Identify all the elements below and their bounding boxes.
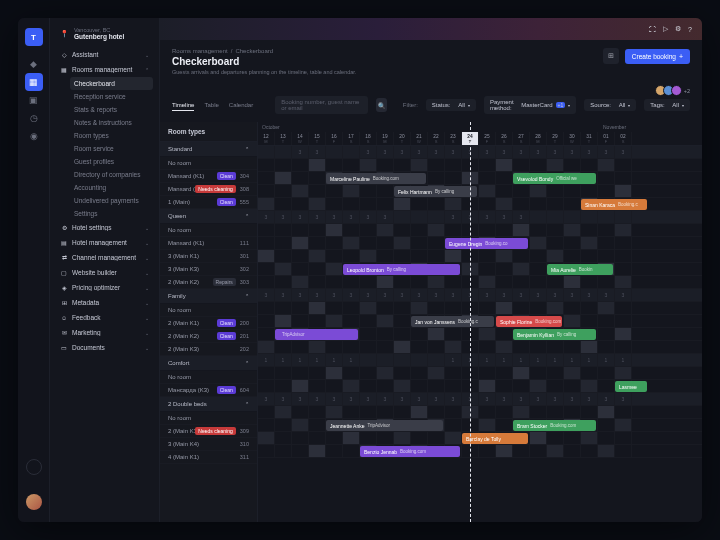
- room-row[interactable]: 2 (Main K2)Clean201: [160, 330, 257, 343]
- tab-calendar[interactable]: Calendar: [229, 100, 253, 111]
- date-cell[interactable]: 19M: [377, 132, 394, 145]
- subnav-item[interactable]: Settings: [70, 207, 153, 220]
- date-cell[interactable]: 31T: [581, 132, 598, 145]
- nav-item[interactable]: ⇄Channel management⌄: [56, 250, 153, 265]
- help-icon[interactable]: ?: [688, 26, 692, 33]
- room-row[interactable]: Mansard (K2)Needs cleaning308: [160, 183, 257, 196]
- booking-bar[interactable]: Barclay de Tolly: [462, 433, 528, 444]
- nav-item[interactable]: ✉Marketing⌄: [56, 325, 153, 340]
- room-row[interactable]: Мансарда (K3)Clean604: [160, 384, 257, 397]
- rail-globe[interactable]: ◉: [25, 127, 43, 145]
- booking-bar[interactable]: TripAdvisor: [275, 329, 358, 340]
- subnav-item[interactable]: Undelivered payments: [70, 194, 153, 207]
- create-booking-button[interactable]: Create booking+: [625, 49, 690, 64]
- subnav-item[interactable]: Room types: [70, 129, 153, 142]
- booking-bar[interactable]: Bram StockerBooking.com: [513, 420, 596, 431]
- date-cell[interactable]: 12M: [258, 132, 275, 145]
- date-cell[interactable]: 18S: [360, 132, 377, 145]
- filter-source[interactable]: Source: All▾: [584, 99, 636, 111]
- room-group-header[interactable]: Comfort⌃: [160, 356, 257, 371]
- room-row[interactable]: Mansard (K1)111: [160, 237, 257, 250]
- date-cell[interactable]: 30W: [564, 132, 581, 145]
- user-avatar[interactable]: [26, 494, 42, 510]
- booking-bar[interactable]: Jan von JanssensBooking.c: [411, 316, 494, 327]
- room-row[interactable]: No room: [160, 371, 257, 384]
- room-row[interactable]: 4 (Main K1)311: [160, 451, 257, 464]
- booking-bar[interactable]: Lasmee: [615, 381, 647, 392]
- date-cell[interactable]: 14W: [292, 132, 309, 145]
- settings-icon[interactable]: ⚙: [675, 25, 681, 33]
- date-cell[interactable]: 17S: [343, 132, 360, 145]
- nav-item[interactable]: ◈Pricing optimizer⌄: [56, 280, 153, 295]
- date-cell[interactable]: 28M: [530, 132, 547, 145]
- nav-item[interactable]: ⊞Metadata⌄: [56, 295, 153, 310]
- subnav-item[interactable]: Reception service: [70, 90, 153, 103]
- booking-bar[interactable]: Mia AurelieBookin: [547, 264, 613, 275]
- nav-rooms-management[interactable]: ▦ Rooms management ⌃: [56, 62, 153, 77]
- room-row[interactable]: 3 (Main K1)301: [160, 250, 257, 263]
- booking-bar[interactable]: Benjamin KyllianBy calling: [513, 329, 596, 340]
- timeline-grid[interactable]: October November 12M13T14W15T16F17S18S19…: [258, 122, 702, 522]
- subnav-item[interactable]: Notes & instructions: [70, 116, 153, 129]
- date-cell[interactable]: 26S: [496, 132, 513, 145]
- room-row[interactable]: 1 (Main)Clean555: [160, 196, 257, 209]
- date-cell[interactable]: 27S: [513, 132, 530, 145]
- rail-apps[interactable]: ▦: [25, 73, 43, 91]
- search-input[interactable]: Booking number, guest name or email: [275, 96, 368, 114]
- nav-item[interactable]: ⚙Hotel settings⌄: [56, 220, 153, 235]
- nav-item[interactable]: ▭Documents⌄: [56, 340, 153, 355]
- subnav-item[interactable]: Stats & reports: [70, 103, 153, 116]
- room-group-header[interactable]: Family⌃: [160, 289, 257, 304]
- room-row[interactable]: Mansard (K1)Clean304: [160, 170, 257, 183]
- filter-tags[interactable]: Tags: All▾: [644, 99, 690, 111]
- room-row[interactable]: No room: [160, 304, 257, 317]
- booking-bar[interactable]: Benzio JennabBooking.com: [360, 446, 460, 457]
- booking-bar[interactable]: Felix HartmannBy calling: [394, 186, 477, 197]
- date-cell[interactable]: 16F: [326, 132, 343, 145]
- scan-button[interactable]: ⊞: [603, 48, 619, 64]
- nav-item[interactable]: ☺Feedback⌄: [56, 310, 153, 325]
- booking-bar[interactable]: Vsevolod BondyOfficial we: [513, 173, 596, 184]
- room-row[interactable]: No room: [160, 224, 257, 237]
- date-cell[interactable]: 20T: [394, 132, 411, 145]
- room-row[interactable]: 3 (Main K4)310: [160, 438, 257, 451]
- booking-bar[interactable]: Sinan KaracaBooking.c: [581, 199, 647, 210]
- room-group-header[interactable]: 2 Double beds⌃: [160, 397, 257, 412]
- collaborator-avatars[interactable]: +2: [160, 81, 702, 96]
- fullscreen-icon[interactable]: ⛶: [649, 26, 656, 33]
- subnav-item[interactable]: Checkerboard: [70, 77, 153, 90]
- tab-table[interactable]: Table: [204, 100, 218, 111]
- date-cell[interactable]: 29T: [547, 132, 564, 145]
- room-group-header[interactable]: Queen⌃: [160, 209, 257, 224]
- app-logo[interactable]: T: [25, 28, 43, 46]
- room-row[interactable]: No room: [160, 157, 257, 170]
- booking-bar[interactable]: Marceline PaulineBooking.com: [326, 173, 426, 184]
- date-cell[interactable]: 02S: [615, 132, 632, 145]
- room-row[interactable]: No room: [160, 412, 257, 425]
- date-cell[interactable]: 15T: [309, 132, 326, 145]
- booking-bar[interactable]: Sophie FlorineBooking.com: [496, 316, 562, 327]
- theme-toggle[interactable]: [26, 459, 42, 475]
- date-cell[interactable]: 01F: [598, 132, 615, 145]
- nav-item[interactable]: ▤Hotel management⌄: [56, 235, 153, 250]
- date-cell[interactable]: 21W: [411, 132, 428, 145]
- room-row[interactable]: 2 (Main K1)Clean200: [160, 317, 257, 330]
- date-cell[interactable]: 25F: [479, 132, 496, 145]
- filter-payment[interactable]: Payment method: MasterCard+1▾: [484, 96, 576, 114]
- date-cell[interactable]: 23S: [445, 132, 462, 145]
- nav-item[interactable]: ▢Website builder⌄: [56, 265, 153, 280]
- subnav-item[interactable]: Guest profiles: [70, 155, 153, 168]
- rail-folder[interactable]: ▣: [25, 91, 43, 109]
- tab-timeline[interactable]: Timeline: [172, 100, 194, 111]
- subnav-item[interactable]: Accounting: [70, 181, 153, 194]
- search-button[interactable]: 🔍: [376, 98, 387, 112]
- nav-assistant[interactable]: ◇ Assistant ⌄: [56, 47, 153, 62]
- room-row[interactable]: 2 (Main K3)202: [160, 343, 257, 356]
- subnav-item[interactable]: Room service: [70, 142, 153, 155]
- rail-clock[interactable]: ◷: [25, 109, 43, 127]
- subnav-item[interactable]: Directory of companies: [70, 168, 153, 181]
- booking-bar[interactable]: Jeannette AnkeTripAdvisor: [326, 420, 443, 431]
- date-cell[interactable]: 13T: [275, 132, 292, 145]
- booking-bar[interactable]: Leopold BrontonBy calling: [343, 264, 460, 275]
- room-row[interactable]: 3 (Main K3)302: [160, 263, 257, 276]
